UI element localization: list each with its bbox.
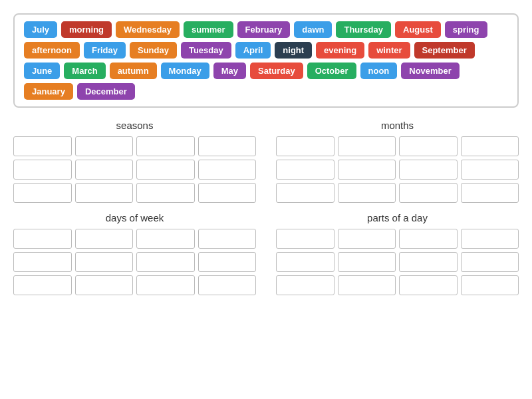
drop-cell[interactable] <box>338 136 396 156</box>
drop-cell[interactable] <box>198 136 257 156</box>
categories-area: seasons months <box>13 120 519 203</box>
word-chip[interactable]: August <box>395 21 441 38</box>
word-chip[interactable]: March <box>64 63 105 79</box>
drop-cell[interactable] <box>136 229 195 249</box>
drop-cell[interactable] <box>75 252 134 272</box>
word-chip[interactable]: September <box>414 42 475 59</box>
drop-cell[interactable] <box>461 275 519 295</box>
drop-cell[interactable] <box>198 275 257 295</box>
months-block: months <box>276 120 519 203</box>
word-chip[interactable]: night <box>275 42 312 59</box>
drop-cell[interactable] <box>399 229 458 249</box>
word-chip[interactable]: dawn <box>294 21 332 38</box>
drop-cell[interactable] <box>136 275 195 295</box>
word-chip[interactable]: morning <box>61 21 112 38</box>
drop-cell[interactable] <box>198 160 257 180</box>
drop-cell[interactable] <box>338 160 396 180</box>
word-chip[interactable]: December <box>77 83 135 100</box>
drop-cell[interactable] <box>399 160 458 180</box>
word-bank: JulymorningWednesdaysummerFebruarydawnTh… <box>13 13 519 108</box>
drop-cell[interactable] <box>13 160 72 180</box>
drop-cell[interactable] <box>461 160 519 180</box>
word-chip[interactable]: Wednesday <box>116 21 180 38</box>
word-chip[interactable]: June <box>24 63 60 79</box>
drop-cell[interactable] <box>198 183 257 203</box>
drop-cell[interactable] <box>461 136 519 156</box>
days-title: days of week <box>13 212 256 223</box>
word-chip[interactable]: October <box>307 63 356 79</box>
word-chip[interactable]: autumn <box>110 63 157 79</box>
months-title: months <box>276 120 519 131</box>
drop-cell[interactable] <box>276 252 334 272</box>
word-chip[interactable]: January <box>24 83 73 100</box>
word-chip[interactable]: November <box>401 63 460 79</box>
parts-grid <box>276 229 519 295</box>
drop-cell[interactable] <box>461 252 519 272</box>
word-chip[interactable]: February <box>237 21 291 38</box>
months-grid <box>276 136 519 203</box>
drop-cell[interactable] <box>461 229 519 249</box>
word-chip[interactable]: afternoon <box>24 42 80 59</box>
drop-cell[interactable] <box>13 275 72 295</box>
word-chip[interactable]: evening <box>316 42 364 59</box>
drop-cell[interactable] <box>276 275 334 295</box>
drop-cell[interactable] <box>198 252 257 272</box>
word-chip[interactable]: April <box>235 42 271 59</box>
word-chip[interactable]: Friday <box>84 42 126 59</box>
drop-cell[interactable] <box>338 183 396 203</box>
drop-cell[interactable] <box>75 136 134 156</box>
word-chip[interactable]: winter <box>368 42 410 59</box>
drop-cell[interactable] <box>276 136 334 156</box>
drop-cell[interactable] <box>13 136 72 156</box>
drop-cell[interactable] <box>13 252 72 272</box>
drop-cell[interactable] <box>461 183 519 203</box>
drop-cell[interactable] <box>338 275 396 295</box>
drop-cell[interactable] <box>276 183 334 203</box>
drop-cell[interactable] <box>276 160 334 180</box>
drop-cell[interactable] <box>136 183 195 203</box>
days-grid <box>13 229 256 295</box>
drop-cell[interactable] <box>75 229 134 249</box>
word-chip[interactable]: noon <box>360 63 398 79</box>
drop-cell[interactable] <box>399 252 458 272</box>
days-block: days of week <box>13 212 256 295</box>
drop-cell[interactable] <box>198 229 257 249</box>
seasons-title: seasons <box>13 120 256 131</box>
drop-cell[interactable] <box>338 252 396 272</box>
word-chip[interactable]: July <box>24 21 57 38</box>
seasons-block: seasons <box>13 120 256 203</box>
drop-cell[interactable] <box>13 229 72 249</box>
seasons-grid <box>13 136 256 203</box>
drop-cell[interactable] <box>399 183 458 203</box>
word-chip[interactable]: Saturday <box>250 63 303 79</box>
drop-cell[interactable] <box>136 136 195 156</box>
categories-area-2: days of week parts of a day <box>13 212 519 295</box>
drop-cell[interactable] <box>75 275 134 295</box>
drop-cell[interactable] <box>136 252 195 272</box>
word-chip[interactable]: Monday <box>161 63 209 79</box>
drop-cell[interactable] <box>136 160 195 180</box>
word-chip[interactable]: Tuesday <box>181 42 231 59</box>
drop-cell[interactable] <box>276 229 334 249</box>
drop-cell[interactable] <box>338 229 396 249</box>
word-chip[interactable]: May <box>213 63 246 79</box>
drop-cell[interactable] <box>399 275 458 295</box>
word-chip[interactable]: Thursday <box>336 21 391 38</box>
word-chip[interactable]: summer <box>184 21 233 38</box>
drop-cell[interactable] <box>13 183 72 203</box>
parts-block: parts of a day <box>276 212 519 295</box>
parts-title: parts of a day <box>276 212 519 223</box>
drop-cell[interactable] <box>399 136 458 156</box>
drop-cell[interactable] <box>75 183 134 203</box>
word-chip[interactable]: spring <box>445 21 487 38</box>
word-chip[interactable]: Sunday <box>130 42 177 59</box>
drop-cell[interactable] <box>75 160 134 180</box>
